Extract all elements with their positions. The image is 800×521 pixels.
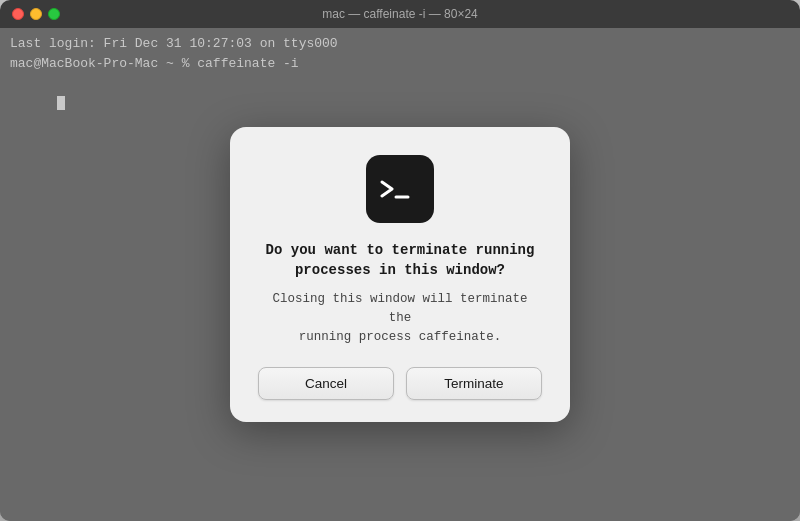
dialog-buttons: Cancel Terminate	[258, 367, 542, 400]
maximize-button[interactable]	[48, 8, 60, 20]
minimize-button[interactable]	[30, 8, 42, 20]
window-title: mac — caffeinate -i — 80×24	[322, 7, 478, 21]
title-bar: mac — caffeinate -i — 80×24	[0, 0, 800, 28]
terminal-icon	[380, 174, 420, 204]
cancel-button[interactable]: Cancel	[258, 367, 394, 400]
terminate-button[interactable]: Terminate	[406, 367, 542, 400]
dialog-icon	[366, 155, 434, 223]
terminal-body: Last login: Fri Dec 31 10:27:03 on ttys0…	[0, 28, 800, 521]
dialog-overlay: Do you want to terminate runningprocesse…	[0, 28, 800, 521]
close-button[interactable]	[12, 8, 24, 20]
dialog-message: Closing this window will terminate theru…	[258, 290, 542, 346]
traffic-lights	[12, 8, 60, 20]
terminal-window: mac — caffeinate -i — 80×24 Last login: …	[0, 0, 800, 521]
dialog-title: Do you want to terminate runningprocesse…	[266, 241, 535, 280]
dialog-box: Do you want to terminate runningprocesse…	[230, 127, 570, 421]
